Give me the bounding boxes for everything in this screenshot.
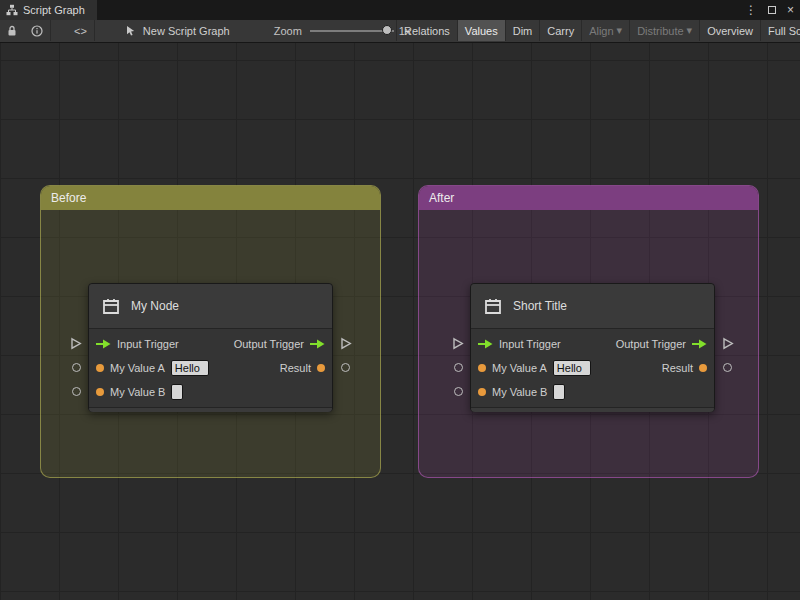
chevron-down-icon: ▾: [617, 24, 623, 37]
output-trigger-port[interactable]: Output Trigger: [234, 338, 325, 350]
value-input-b-port[interactable]: My Value B: [478, 384, 565, 400]
output-trigger-port[interactable]: Output Trigger: [616, 338, 707, 350]
overview-button[interactable]: Overview: [699, 20, 760, 41]
group-after-header[interactable]: After: [419, 186, 758, 210]
external-value-out-port[interactable]: [723, 363, 732, 372]
value-port-icon: [317, 364, 325, 372]
external-value-in-port[interactable]: [72, 387, 81, 396]
port-label: My Value B: [110, 386, 165, 398]
group-before-header[interactable]: Before: [41, 186, 380, 210]
value-port-icon: [96, 364, 104, 372]
value-b-field[interactable]: [171, 384, 183, 400]
port-label: Result: [280, 362, 311, 374]
menu-icon[interactable]: ⋮: [745, 3, 757, 17]
unit-icon: [482, 295, 504, 317]
node-ports: Input Trigger Output Trigger My Value A …: [471, 329, 714, 407]
port-label: Output Trigger: [616, 338, 686, 350]
result-output-port[interactable]: Result: [280, 362, 325, 374]
port-label: Input Trigger: [117, 338, 179, 350]
relations-label: Relations: [404, 25, 450, 37]
maximize-icon[interactable]: [768, 6, 776, 14]
trigger-arrow-icon: [478, 339, 493, 349]
script-graph-asset-icon: [125, 25, 137, 37]
external-value-in-port[interactable]: [454, 363, 463, 372]
node-title: My Node: [131, 299, 179, 313]
unit-icon: [100, 295, 122, 317]
external-trigger-in-port[interactable]: [70, 337, 82, 350]
toolbar-separator: [94, 20, 95, 41]
align-button: Align▾: [581, 20, 629, 41]
external-trigger-out-port[interactable]: [340, 337, 352, 350]
node-header[interactable]: My Node: [89, 284, 332, 329]
info-icon: [31, 25, 43, 37]
zoom-label: Zoom: [274, 25, 302, 37]
node-footer: [471, 407, 714, 412]
value-port-icon: [478, 388, 486, 396]
dim-label: Dim: [513, 25, 533, 37]
group-title: Before: [51, 191, 86, 205]
node-my-node[interactable]: My Node Input Trigger Output Trigger: [88, 283, 333, 412]
trigger-arrow-icon: [692, 339, 707, 349]
carry-label: Carry: [547, 25, 574, 37]
value-port-icon: [478, 364, 486, 372]
values-label: Values: [465, 25, 498, 37]
port-row: Input Trigger Output Trigger: [471, 332, 714, 356]
distribute-label: Distribute: [637, 25, 683, 37]
trigger-arrow-icon: [96, 339, 111, 349]
port-row: My Value A Result: [89, 356, 332, 380]
graph-icon: [6, 4, 18, 16]
close-icon[interactable]: ×: [787, 3, 794, 17]
relations-button[interactable]: Relations: [396, 20, 457, 41]
external-trigger-in-port[interactable]: [452, 337, 464, 350]
input-trigger-port[interactable]: Input Trigger: [478, 338, 561, 350]
node-ports: Input Trigger Output Trigger My Value A …: [89, 329, 332, 407]
lock-icon: [7, 25, 17, 37]
tab-bar: Script Graph ⋮ ×: [0, 0, 800, 20]
graph-name-label: New Script Graph: [143, 25, 230, 37]
overview-label: Overview: [707, 25, 753, 37]
result-output-port[interactable]: Result: [662, 362, 707, 374]
external-value-out-port[interactable]: [341, 363, 350, 372]
trigger-arrow-icon: [310, 339, 325, 349]
node-header[interactable]: Short Title: [471, 284, 714, 329]
zoom-slider[interactable]: [310, 20, 394, 42]
value-port-icon: [699, 364, 707, 372]
value-input-a-port[interactable]: My Value A: [478, 360, 591, 376]
input-trigger-port[interactable]: Input Trigger: [96, 338, 179, 350]
window-controls: ⋮ ×: [745, 0, 794, 20]
dim-button[interactable]: Dim: [505, 20, 540, 41]
tab-script-graph[interactable]: Script Graph: [0, 0, 97, 20]
distribute-button: Distribute▾: [629, 20, 699, 41]
script-graph-window: Script Graph ⋮ ×: [0, 0, 800, 600]
toolbar: <> New Script Graph Zoom 1x Relations Va…: [0, 20, 800, 43]
value-input-a-port[interactable]: My Value A: [96, 360, 209, 376]
toolbar-separator: [50, 20, 51, 41]
node-short-title[interactable]: Short Title Input Trigger Output Trigger: [470, 283, 715, 412]
inspector-button[interactable]: [24, 20, 50, 41]
value-a-field[interactable]: [171, 360, 209, 376]
value-a-field[interactable]: [553, 360, 591, 376]
values-button[interactable]: Values: [457, 20, 505, 41]
port-label: My Value B: [492, 386, 547, 398]
zoom-slider-handle[interactable]: [382, 25, 392, 35]
port-label: Input Trigger: [499, 338, 561, 350]
port-label: My Value A: [110, 362, 165, 374]
fullscreen-button[interactable]: Full Screen: [760, 20, 800, 41]
external-trigger-out-port[interactable]: [722, 337, 734, 350]
toolbar-buttons: Relations Values Dim Carry Align▾ Distri…: [396, 20, 800, 41]
align-label: Align: [589, 25, 613, 37]
port-row: My Value B: [89, 380, 332, 404]
graph-canvas[interactable]: Before After My Node: [0, 43, 800, 600]
chevron-down-icon: ▾: [687, 24, 693, 37]
value-b-field[interactable]: [553, 384, 565, 400]
graph-name: New Script Graph: [125, 25, 230, 37]
code-view-button[interactable]: <>: [67, 20, 94, 41]
code-icon: <>: [74, 25, 87, 37]
fullscreen-label: Full Screen: [768, 25, 800, 37]
port-label: Result: [662, 362, 693, 374]
value-input-b-port[interactable]: My Value B: [96, 384, 183, 400]
lock-button[interactable]: [0, 20, 24, 41]
external-value-in-port[interactable]: [72, 363, 81, 372]
carry-button[interactable]: Carry: [539, 20, 581, 41]
external-value-in-port[interactable]: [454, 387, 463, 396]
